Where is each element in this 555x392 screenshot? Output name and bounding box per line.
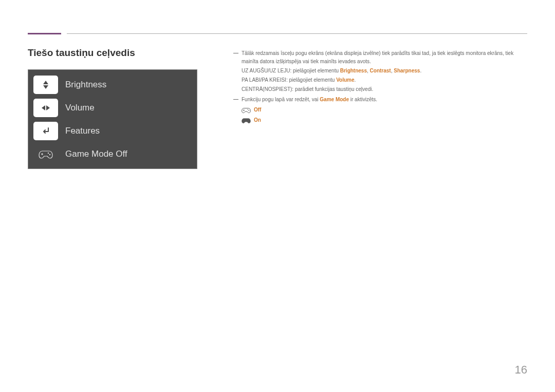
note-2: Funkciju pogu lapā var redzēt, vai Game …: [233, 96, 527, 104]
note2-suffix: ir aktivizēts.: [349, 97, 377, 102]
gamepad-outline-icon: [242, 107, 251, 114]
osd-row-features: Features: [31, 119, 194, 142]
hl-brightness: Brightness: [340, 68, 367, 73]
note-1-text: Tālāk redzamais īsceļu pogu ekrāns (ekrā…: [242, 49, 527, 66]
note2-prefix: Funkciju pogu lapā var redzēt, vai: [242, 97, 320, 102]
osd-label-brightness: Brightness: [65, 80, 106, 90]
page-number: 16: [515, 363, 527, 377]
gamepad-icon: [33, 145, 58, 163]
status-on-label: On: [254, 116, 261, 124]
accent-bar: [28, 33, 61, 34]
osd-label-gamemode: Game Mode Off: [65, 149, 127, 159]
status-off-row: Off: [242, 106, 527, 114]
description-column: Tālāk redzamais īsceļu pogu ekrāns (ekrā…: [233, 49, 527, 124]
status-on-row: On: [242, 116, 527, 124]
note-1: Tālāk redzamais īsceļu pogu ekrāns (ekrā…: [233, 49, 527, 66]
svg-point-2: [247, 109, 248, 110]
svg-point-1: [49, 154, 50, 155]
lr-prefix: PA LABI/PA KREISI: pielāgojiet elementu: [242, 77, 336, 83]
updown-icon: [33, 76, 58, 94]
osd-row-brightness: Brightness: [31, 73, 194, 96]
hl-volume: Volume: [336, 77, 354, 83]
horizontal-rule: [67, 33, 527, 34]
hl-gamemode: Game Mode: [320, 97, 349, 102]
updown-prefix: UZ AUGŠU/UZ LEJU: pielāgojiet elementu: [242, 68, 340, 73]
svg-point-0: [48, 152, 49, 153]
line-leftright: PA LABI/PA KREISI: pielāgojiet elementu …: [242, 76, 527, 84]
osd-label-volume: Volume: [65, 103, 95, 113]
leftright-icon: [33, 99, 58, 117]
gamepad-filled-icon: [242, 117, 251, 124]
hl-contrast: Contrast: [370, 68, 391, 73]
svg-point-3: [248, 110, 249, 111]
page-title: Tiešo taustiņu ceļvedis: [28, 47, 135, 59]
line-center: CENTRĀ(NOSPIEST): parādiet funkcijas tau…: [242, 85, 527, 94]
note-2-text: Funkciju pogu lapā var redzēt, vai Game …: [242, 96, 377, 104]
osd-row-gamemode: Game Mode Off: [31, 142, 194, 165]
line-updown: UZ AUGŠU/UZ LEJU: pielāgojiet elementu B…: [242, 67, 527, 75]
osd-row-volume: Volume: [31, 96, 194, 119]
status-off-label: Off: [254, 106, 261, 114]
enter-icon: [33, 122, 58, 140]
osd-label-features: Features: [65, 126, 100, 136]
osd-panel: Brightness Volume Features Game Mode Off: [28, 69, 197, 169]
hl-sharpness: Sharpness: [394, 68, 420, 73]
